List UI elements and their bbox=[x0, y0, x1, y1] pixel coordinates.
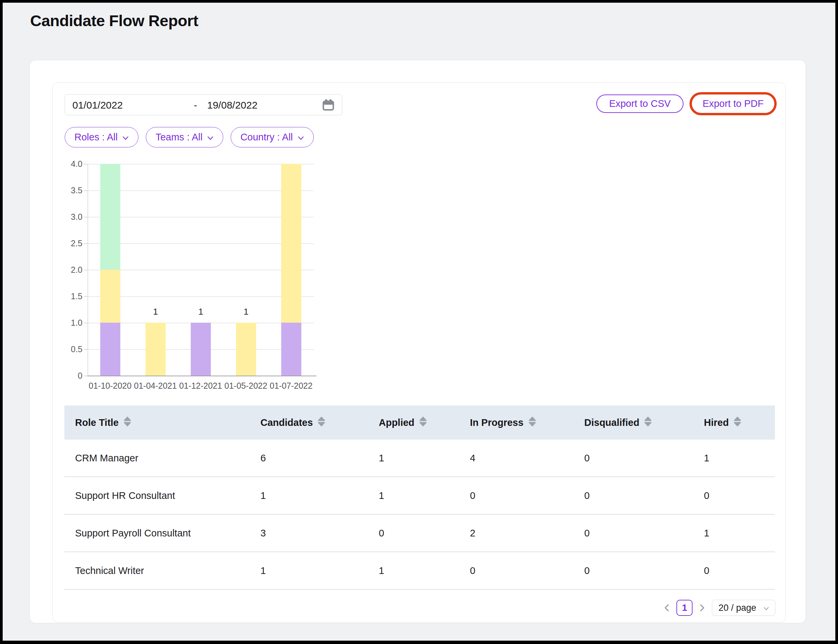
x-tick-label: 01-05-2022 bbox=[221, 381, 271, 391]
y-tick-label: 3.5 bbox=[56, 185, 82, 196]
count-cell: 4 bbox=[459, 453, 573, 464]
count-cell: 0 bbox=[573, 528, 693, 539]
role-title-cell: Support HR Consultant bbox=[64, 490, 250, 501]
count-cell: 0 bbox=[459, 565, 573, 576]
purple-segment[interactable] bbox=[281, 323, 301, 376]
date-range-picker[interactable]: 01/01/2022 - 19/08/2022 bbox=[65, 94, 342, 115]
x-tick-label: 01-04-2021 bbox=[130, 381, 181, 391]
column-header-applied[interactable]: Applied bbox=[368, 416, 459, 429]
y-tick-mark bbox=[84, 217, 87, 217]
calendar-icon[interactable] bbox=[322, 99, 334, 113]
page-size-value: 20 / page bbox=[718, 603, 756, 613]
report-card: 4.03.53.02.52.01.51.00.5001-10-2020101-0… bbox=[30, 60, 806, 623]
yellow-segment[interactable] bbox=[281, 164, 301, 323]
count-cell: 2 bbox=[459, 528, 573, 539]
count-cell: 1 bbox=[368, 565, 459, 576]
current-page-button[interactable]: 1 bbox=[677, 600, 693, 616]
sort-icon[interactable] bbox=[419, 416, 427, 429]
count-cell: 1 bbox=[693, 528, 775, 539]
count-cell: 1 bbox=[250, 490, 368, 501]
y-gridline bbox=[87, 217, 314, 217]
count-cell: 0 bbox=[573, 490, 693, 501]
count-cell: 1 bbox=[368, 453, 459, 464]
count-cell: 1 bbox=[368, 490, 459, 501]
count-cell: 0 bbox=[573, 565, 693, 576]
next-page-icon[interactable] bbox=[698, 603, 706, 612]
filter-label: Country : All bbox=[240, 132, 293, 143]
sort-icon[interactable] bbox=[733, 416, 741, 429]
y-gridline bbox=[87, 190, 314, 191]
sort-icon[interactable] bbox=[123, 416, 132, 429]
count-cell: 1 bbox=[250, 565, 368, 576]
page-size-select[interactable]: 20 / page bbox=[712, 600, 775, 616]
count-cell: 0 bbox=[368, 528, 459, 539]
filter-teams[interactable]: Teams : All bbox=[146, 127, 223, 148]
purple-segment[interactable] bbox=[191, 323, 211, 376]
role-title-cell: Technical Writer bbox=[64, 565, 250, 576]
y-gridline bbox=[87, 270, 314, 270]
count-cell: 0 bbox=[573, 453, 693, 464]
export-csv-button[interactable]: Export to CSV bbox=[596, 94, 683, 113]
role-title-cell: CRM Manager bbox=[64, 453, 250, 464]
x-tick-label: 01-10-2020 bbox=[85, 381, 135, 391]
column-header-in-progress[interactable]: In Progress bbox=[459, 416, 573, 429]
count-cell: 0 bbox=[693, 490, 775, 501]
pagination: 1 20 / page bbox=[663, 600, 775, 616]
export-actions: Export to CSV Export to PDF bbox=[596, 92, 777, 115]
filter-country[interactable]: Country : All bbox=[230, 127, 313, 148]
y-tick-label: 0.5 bbox=[56, 344, 82, 354]
y-gridline bbox=[87, 164, 314, 164]
filter-bar: Roles : AllTeams : AllCountry : All bbox=[65, 127, 314, 148]
chevron-down-icon bbox=[207, 132, 214, 143]
y-gridline bbox=[87, 296, 314, 297]
y-axis-line bbox=[87, 164, 88, 376]
yellow-segment[interactable] bbox=[100, 270, 120, 323]
y-tick-mark bbox=[84, 323, 87, 323]
table-row: Technical Writer11000 bbox=[64, 552, 775, 590]
table-row: CRM Manager61401 bbox=[64, 440, 775, 477]
report-panel: 4.03.53.02.52.01.51.00.5001-10-2020101-0… bbox=[52, 82, 786, 623]
filter-label: Teams : All bbox=[156, 132, 203, 143]
export-pdf-button[interactable]: Export to PDF bbox=[690, 92, 777, 115]
y-tick-label: 3.0 bbox=[56, 212, 82, 222]
page-title: Candidate Flow Report bbox=[30, 12, 198, 30]
column-header-candidates[interactable]: Candidates bbox=[250, 416, 368, 429]
purple-segment[interactable] bbox=[100, 323, 120, 376]
count-cell: 0 bbox=[693, 565, 775, 576]
y-tick-label: 2.0 bbox=[56, 265, 82, 275]
y-tick-mark bbox=[84, 270, 87, 270]
filter-label: Roles : All bbox=[74, 132, 118, 143]
bar-total-label: 1 bbox=[224, 307, 269, 317]
column-header-label: Role Title bbox=[75, 417, 119, 428]
prev-page-icon[interactable] bbox=[663, 603, 670, 612]
roles-table: Role TitleCandidatesAppliedIn ProgressDi… bbox=[64, 406, 775, 590]
green-segment[interactable] bbox=[100, 164, 120, 270]
count-cell: 1 bbox=[693, 453, 775, 464]
filter-roles[interactable]: Roles : All bbox=[65, 127, 138, 148]
chevron-down-icon bbox=[298, 132, 304, 143]
column-header-disqualified[interactable]: Disqualified bbox=[573, 416, 693, 429]
date-end-value[interactable]: 19/08/2022 bbox=[207, 100, 257, 111]
count-cell: 0 bbox=[459, 490, 573, 501]
date-start-value[interactable]: 01/01/2022 bbox=[72, 100, 123, 111]
candidate-flow-report-page: Candidate Flow Report 4.03.53.02.52.01.5… bbox=[3, 3, 835, 641]
y-tick-mark bbox=[84, 164, 87, 164]
sort-icon[interactable] bbox=[528, 416, 536, 429]
column-header-label: Disqualified bbox=[584, 417, 639, 428]
yellow-segment[interactable] bbox=[145, 323, 166, 376]
bar-total-label: 1 bbox=[133, 307, 178, 317]
y-tick-label: 2.5 bbox=[56, 238, 82, 248]
count-cell: 6 bbox=[250, 453, 368, 464]
chevron-down-icon bbox=[764, 603, 769, 613]
column-header-role-title[interactable]: Role Title bbox=[64, 416, 250, 429]
x-axis-line bbox=[87, 376, 316, 376]
column-header-label: In Progress bbox=[470, 417, 524, 428]
sort-icon[interactable] bbox=[644, 416, 652, 429]
date-separator: - bbox=[194, 100, 197, 111]
yellow-segment[interactable] bbox=[236, 323, 256, 376]
table-header-row: Role TitleCandidatesAppliedIn ProgressDi… bbox=[64, 406, 775, 440]
y-gridline bbox=[87, 243, 314, 244]
column-header-hired[interactable]: Hired bbox=[693, 416, 775, 429]
sort-icon[interactable] bbox=[318, 416, 326, 429]
count-cell: 3 bbox=[250, 528, 368, 539]
